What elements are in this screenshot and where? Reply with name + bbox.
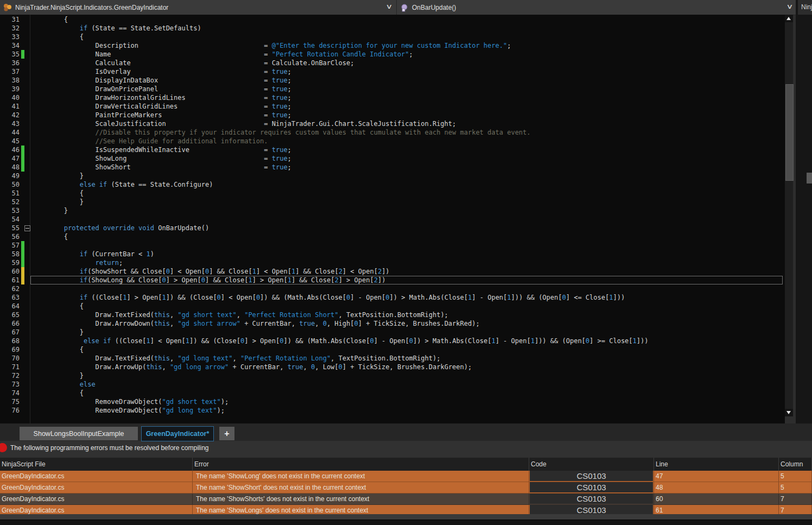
code-line[interactable]: 38 DisplayInDataBox = true; bbox=[0, 76, 785, 85]
code-line[interactable]: 52 } bbox=[0, 198, 785, 206]
header-column: Column bbox=[779, 458, 812, 471]
error-row[interactable]: GreenDayIndicator.csThe name 'ShowShorts… bbox=[0, 494, 812, 505]
code-line[interactable]: 67 } bbox=[0, 328, 785, 337]
error-row[interactable]: GreenDayIndicator.csThe name 'ShowShort'… bbox=[0, 482, 812, 494]
class-selector-dropdown[interactable]: NinjaTrader.NinjaScript.Indicators.Green… bbox=[0, 0, 397, 15]
code-line[interactable]: 74 { bbox=[0, 389, 785, 397]
scrollbar-thumb[interactable] bbox=[785, 84, 794, 181]
code-line[interactable]: 50 else if (State == State.Configure) bbox=[0, 180, 785, 189]
tab-showlongsboolinputexample[interactable]: ShowLongsBoolInputExample bbox=[20, 427, 138, 440]
code-line[interactable]: 39 DrawOnPricePanel = true; bbox=[0, 85, 785, 93]
change-tracking-bar bbox=[21, 276, 24, 284]
code-line[interactable]: 75 RemoveDrawObject("gd short text"); bbox=[0, 397, 785, 406]
error-file-cell: GreenDayIndicator.cs bbox=[0, 471, 193, 482]
code-line[interactable]: 59 return; bbox=[0, 258, 785, 267]
code-text: DrawHorizontalGridLines = true; bbox=[33, 93, 291, 102]
error-row[interactable]: GreenDayIndicator.csThe name 'ShowLong' … bbox=[0, 471, 812, 482]
code-text: } bbox=[33, 206, 68, 215]
code-line[interactable]: 55 protected override void OnBarUpdate() bbox=[0, 224, 785, 232]
code-line[interactable]: 42 PaintPriceMarkers = true; bbox=[0, 111, 785, 119]
code-line[interactable]: 54 bbox=[0, 215, 785, 224]
code-text: else if (State == State.Configure) bbox=[33, 180, 213, 189]
line-number: 48 bbox=[0, 163, 20, 172]
code-line[interactable]: 40 DrawHorizontalGridLines = true; bbox=[0, 93, 785, 102]
chevron-down-icon: v bbox=[788, 3, 792, 10]
code-line[interactable]: 33 { bbox=[0, 33, 785, 41]
side-panel-scroll-thumb[interactable] bbox=[807, 173, 812, 184]
code-line[interactable]: 62 bbox=[0, 284, 785, 293]
editor-scrollbar[interactable] bbox=[785, 15, 793, 416]
method-selector-dropdown[interactable]: OnBarUpdate() v bbox=[397, 0, 797, 15]
code-line[interactable]: 66 Draw.ArrowDown(this, "gd short arrow"… bbox=[0, 319, 785, 328]
code-line[interactable]: 57 bbox=[0, 241, 785, 250]
code-line[interactable]: 43 ScaleJustification = NinjaTrader.Gui.… bbox=[0, 119, 785, 128]
code-line[interactable]: 60 if(ShowShort && Close[0] < Open[0] &&… bbox=[0, 267, 785, 276]
error-line-cell: 48 bbox=[654, 482, 779, 493]
error-code-value: CS0103 bbox=[530, 471, 653, 481]
code-line[interactable]: 49 } bbox=[0, 172, 785, 180]
code-line[interactable]: 71 Draw.ArrowUp(this, "gd long arrow" + … bbox=[0, 363, 785, 371]
code-line[interactable]: 48 ShowShort = true; bbox=[0, 163, 785, 172]
editor-topbar: NinjaTrader.NinjaScript.Indicators.Green… bbox=[0, 0, 796, 15]
code-line[interactable]: 31 { bbox=[0, 15, 785, 24]
ninjascript-editor-window: NinjaTrader.NinjaScript.Indicators.Green… bbox=[0, 0, 812, 525]
line-number: 34 bbox=[0, 41, 20, 50]
code-line[interactable]: 61 if(ShowLong && Close[0] > Open[0] && … bbox=[0, 276, 785, 284]
error-code-cell: CS0103 bbox=[529, 494, 654, 504]
code-line[interactable]: 53 } bbox=[0, 206, 785, 215]
code-line[interactable]: 51 { bbox=[0, 189, 785, 198]
error-message-cell: The name 'ShowShort' does not exist in t… bbox=[193, 482, 529, 493]
code-line[interactable]: 47 ShowLong = true; bbox=[0, 154, 785, 163]
code-line[interactable]: 73 else bbox=[0, 380, 785, 389]
line-number: 32 bbox=[0, 24, 20, 33]
code-line[interactable]: 37 IsOverlay = true; bbox=[0, 67, 785, 76]
code-line[interactable]: 35 Name = "Perfect Rotation Candle Indic… bbox=[0, 50, 785, 59]
tab-greendayindicator[interactable]: GreenDayIndicator* bbox=[141, 426, 214, 441]
code-line[interactable]: 68 else if ((Close[1] < Open[1]) && (Clo… bbox=[0, 337, 785, 345]
code-line[interactable]: 36 Calculate = Calculate.OnBarClose; bbox=[0, 59, 785, 67]
code-editor[interactable]: 31 {32 if (State == State.SetDefaults)33… bbox=[0, 15, 785, 423]
code-line[interactable]: 65 Draw.TextFixed(this, "gd short text",… bbox=[0, 311, 785, 319]
ninjascript-explorer-panel[interactable]: Ninj bbox=[796, 0, 812, 423]
code-line[interactable]: 64 { bbox=[0, 302, 785, 311]
code-line[interactable]: 63 if ((Close[1] > Open[1]) && (Close[0]… bbox=[0, 293, 785, 302]
bottom-panel: ShowLongsBoolInputExample GreenDayIndica… bbox=[0, 423, 812, 525]
code-text: return; bbox=[33, 258, 123, 267]
scroll-up-button[interactable] bbox=[785, 15, 793, 22]
code-text: { bbox=[33, 302, 84, 311]
code-line[interactable]: 44 //Disable this property if your indic… bbox=[0, 128, 785, 137]
line-number: 45 bbox=[0, 137, 20, 146]
line-number: 42 bbox=[0, 111, 20, 119]
line-number: 44 bbox=[0, 128, 20, 137]
line-number: 71 bbox=[0, 363, 20, 371]
code-line[interactable]: 41 DrawVerticalGridLines = true; bbox=[0, 102, 785, 111]
add-tab-button[interactable]: + bbox=[219, 427, 234, 440]
code-line[interactable]: 76 RemoveDrawObject("gd long text"); bbox=[0, 406, 785, 415]
error-table: NinjaScript File Error Code Line Column … bbox=[0, 458, 812, 516]
code-text: Draw.ArrowDown(this, "gd short arrow" + … bbox=[33, 319, 480, 328]
code-line[interactable]: 69 { bbox=[0, 345, 785, 354]
code-line[interactable]: 56 { bbox=[0, 232, 785, 241]
code-line[interactable]: 45 //See Help Guide for additional infor… bbox=[0, 137, 785, 146]
line-number: 52 bbox=[0, 198, 20, 206]
code-text: if ((Close[1] > Open[1]) && (Close[0] < … bbox=[33, 293, 625, 302]
code-text: Description = @"Enter the description fo… bbox=[33, 41, 511, 50]
code-line[interactable]: 46 IsSuspendedWhileInactive = true; bbox=[0, 146, 785, 154]
code-line[interactable]: 34 Description = @"Enter the description… bbox=[0, 41, 785, 50]
error-file-cell: GreenDayIndicator.cs bbox=[0, 494, 193, 504]
code-line[interactable]: 72 } bbox=[0, 371, 785, 380]
code-line[interactable]: 70 Draw.TextFixed(this, "gd long text", … bbox=[0, 354, 785, 363]
scroll-down-button[interactable] bbox=[785, 409, 793, 416]
code-text: if(ShowShort && Close[0] < Open[0] && Cl… bbox=[33, 267, 390, 276]
code-text: } bbox=[33, 328, 84, 337]
line-number: 76 bbox=[0, 406, 20, 415]
header-ninjascript-file: NinjaScript File bbox=[0, 458, 193, 471]
code-text: protected override void OnBarUpdate() bbox=[33, 224, 209, 232]
line-number: 40 bbox=[0, 93, 20, 102]
code-line[interactable]: 32 if (State == State.SetDefaults) bbox=[0, 24, 785, 33]
collapse-region-icon[interactable] bbox=[24, 225, 30, 231]
code-line[interactable]: 58 if (CurrentBar < 1) bbox=[0, 250, 785, 258]
header-line: Line bbox=[654, 458, 779, 471]
line-number: 41 bbox=[0, 102, 20, 111]
line-number: 64 bbox=[0, 302, 20, 311]
